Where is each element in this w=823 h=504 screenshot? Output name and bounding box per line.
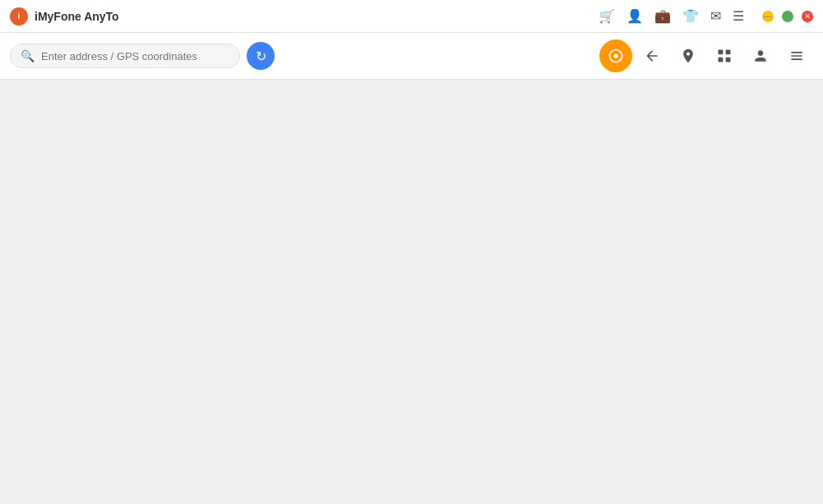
- search-icon: 🔍: [21, 49, 35, 62]
- mail-icon[interactable]: ✉: [710, 8, 721, 24]
- svg-rect-3: [719, 58, 724, 62]
- svg-point-0: [614, 54, 618, 58]
- svg-rect-1: [719, 50, 724, 55]
- info-mode-button[interactable]: [780, 39, 813, 72]
- search-input[interactable]: [41, 50, 229, 62]
- close-button[interactable]: ✕: [802, 11, 813, 22]
- joystick-mode-button[interactable]: [708, 39, 741, 72]
- device-mode-button[interactable]: [744, 39, 777, 72]
- maximize-button[interactable]: □: [782, 11, 793, 22]
- svg-rect-4: [726, 58, 731, 62]
- svg-rect-2: [726, 50, 731, 55]
- refresh-button[interactable]: ↻: [247, 42, 275, 70]
- minimize-button[interactable]: —: [762, 11, 774, 22]
- shirt-icon[interactable]: 👕: [682, 8, 699, 24]
- toolbar: 🔍 ↻: [0, 33, 823, 80]
- briefcase-icon[interactable]: 💼: [654, 8, 671, 24]
- titlebar: i iMyFone AnyTo 🛒 👤 💼 👕 ✉ ☰ — □ ✕: [0, 0, 823, 33]
- menu-icon[interactable]: ☰: [733, 8, 744, 24]
- titlebar-icons: 🛒 👤 💼 👕 ✉ ☰ — □ ✕: [599, 8, 813, 24]
- app-logo: i: [10, 7, 28, 25]
- nav-icons: [599, 39, 813, 72]
- teleport-mode-button[interactable]: [599, 39, 632, 72]
- app-title: iMyFone AnyTo: [35, 10, 119, 23]
- search-box: 🔍: [10, 44, 240, 68]
- window-controls: — □ ✕: [762, 11, 813, 22]
- cart-icon[interactable]: 🛒: [599, 8, 615, 24]
- multi-stop-button[interactable]: [636, 39, 668, 72]
- route-mode-button[interactable]: [672, 39, 705, 72]
- user-icon[interactable]: 👤: [626, 8, 643, 24]
- titlebar-left: i iMyFone AnyTo: [10, 7, 119, 25]
